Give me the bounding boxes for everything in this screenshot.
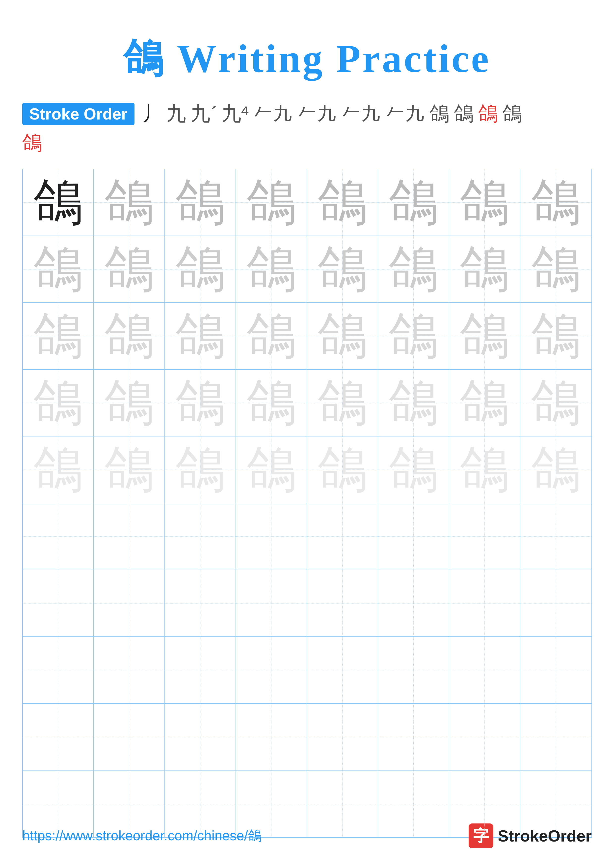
char-light1: 鴿	[460, 178, 509, 227]
grid-cell-4-1: 鴿	[23, 370, 94, 437]
grid-cell-3-6: 鴿	[378, 303, 449, 370]
char-light1: 鴿	[104, 178, 154, 227]
stroke-3: 九´	[190, 101, 217, 127]
char-light4: 鴿	[33, 378, 83, 428]
char-light2: 鴿	[317, 245, 367, 294]
char-vlight: 鴿	[460, 445, 509, 494]
char-light4: 鴿	[176, 378, 225, 428]
grid-cell-1-8: 鴿	[521, 169, 591, 236]
grid-cell-1-6: 鴿	[378, 169, 449, 236]
grid-cell-4-3: 鴿	[165, 370, 236, 437]
stroke-7: 𠂉九	[341, 103, 381, 125]
char-vlight: 鴿	[389, 445, 438, 494]
page-title: 鴿 Writing Practice	[123, 32, 491, 85]
char-light4: 鴿	[246, 378, 296, 428]
grid-cell-1-2: 鴿	[94, 169, 165, 236]
grid-cell-2-6: 鴿	[378, 236, 449, 303]
grid-row-1: 鴿 鴿 鴿 鴿 鴿 鴿 鴿 鴿	[23, 169, 591, 236]
char-light3: 鴿	[317, 311, 367, 361]
grid-cell-4-4: 鴿	[236, 370, 307, 437]
grid-cell-6-6	[378, 503, 449, 570]
grid-cell-8-6	[378, 637, 449, 704]
grid-row-8	[23, 637, 591, 704]
char-vlight: 鴿	[176, 445, 225, 494]
grid-cell-4-2: 鴿	[94, 370, 165, 437]
grid-cell-4-6: 鴿	[378, 370, 449, 437]
grid-cell-7-4	[236, 570, 307, 637]
char-light1: 鴿	[176, 178, 225, 227]
grid-cell-9-6	[378, 704, 449, 770]
grid-cell-6-4	[236, 503, 307, 570]
char-light2: 鴿	[33, 245, 83, 294]
grid-cell-3-7: 鴿	[449, 303, 521, 370]
grid-cell-1-1: 鴿	[23, 169, 94, 236]
char-light2: 鴿	[104, 245, 154, 294]
char-vlight: 鴿	[246, 445, 296, 494]
grid-cell-7-6	[378, 570, 449, 637]
grid-cell-1-5: 鴿	[307, 169, 378, 236]
stroke-order-line2: 鴿	[22, 130, 592, 157]
grid-row-7	[23, 570, 591, 637]
grid-cell-1-4: 鴿	[236, 169, 307, 236]
char-vlight: 鴿	[104, 445, 154, 494]
grid-cell-3-4: 鴿	[236, 303, 307, 370]
stroke-1: 丿	[142, 101, 162, 127]
char-light2: 鴿	[389, 245, 438, 294]
grid-cell-6-7	[449, 503, 521, 570]
char-light4: 鴿	[531, 378, 581, 428]
grid-row-2: 鴿 鴿 鴿 鴿 鴿 鴿 鴿 鴿	[23, 236, 591, 303]
char-dark: 鴿	[33, 178, 83, 227]
grid-cell-9-2	[94, 704, 165, 770]
char-vlight: 鴿	[531, 445, 581, 494]
practice-grid: 鴿 鴿 鴿 鴿 鴿 鴿 鴿 鴿 鴿 鴿 鴿 鴿 鴿 鴿 鴿 鴿 鴿 鴿 鴿 鴿 …	[22, 169, 592, 838]
stroke-2: 九	[166, 101, 186, 127]
grid-cell-5-4: 鴿	[236, 437, 307, 503]
grid-cell-7-3	[165, 570, 236, 637]
char-light1: 鴿	[317, 178, 367, 227]
grid-cell-5-7: 鴿	[449, 437, 521, 503]
char-light3: 鴿	[33, 311, 83, 361]
stroke-8: 𠂉九	[385, 103, 425, 125]
char-light4: 鴿	[389, 378, 438, 428]
grid-cell-8-8	[521, 637, 591, 704]
brand-icon: 字	[469, 823, 493, 848]
grid-cell-8-2	[94, 637, 165, 704]
grid-row-6	[23, 503, 591, 570]
stroke-final: 鴿	[22, 132, 42, 153]
stroke-6: 𠂉九	[297, 103, 337, 125]
grid-cell-2-3: 鴿	[165, 236, 236, 303]
footer: https://www.strokeorder.com/chinese/鴿 字 …	[0, 823, 614, 848]
grid-cell-9-5	[307, 704, 378, 770]
grid-cell-9-8	[521, 704, 591, 770]
grid-row-5: 鴿 鴿 鴿 鴿 鴿 鴿 鴿 鴿	[23, 437, 591, 503]
grid-row-4: 鴿 鴿 鴿 鴿 鴿 鴿 鴿 鴿	[23, 370, 591, 437]
grid-cell-4-5: 鴿	[307, 370, 378, 437]
grid-cell-9-7	[449, 704, 521, 770]
char-light3: 鴿	[176, 311, 225, 361]
char-light2: 鴿	[176, 245, 225, 294]
stroke-12: 鴿	[502, 101, 522, 127]
grid-cell-8-3	[165, 637, 236, 704]
grid-cell-7-8	[521, 570, 591, 637]
grid-cell-3-2: 鴿	[94, 303, 165, 370]
stroke-10: 鴿	[454, 101, 474, 127]
grid-cell-2-5: 鴿	[307, 236, 378, 303]
char-light4: 鴿	[104, 378, 154, 428]
grid-cell-7-1	[23, 570, 94, 637]
grid-cell-6-8	[521, 503, 591, 570]
grid-cell-5-2: 鴿	[94, 437, 165, 503]
stroke-5: 𠂉九	[253, 103, 293, 125]
grid-cell-2-1: 鴿	[23, 236, 94, 303]
char-light4: 鴿	[460, 378, 509, 428]
char-light1: 鴿	[246, 178, 296, 227]
grid-cell-6-2	[94, 503, 165, 570]
char-light4: 鴿	[317, 378, 367, 428]
char-light2: 鴿	[246, 245, 296, 294]
grid-cell-4-7: 鴿	[449, 370, 521, 437]
grid-cell-2-7: 鴿	[449, 236, 521, 303]
char-light3: 鴿	[389, 311, 438, 361]
grid-cell-5-8: 鴿	[521, 437, 591, 503]
stroke-order-badge: Stroke Order	[22, 103, 135, 125]
grid-cell-8-5	[307, 637, 378, 704]
grid-cell-1-7: 鴿	[449, 169, 521, 236]
